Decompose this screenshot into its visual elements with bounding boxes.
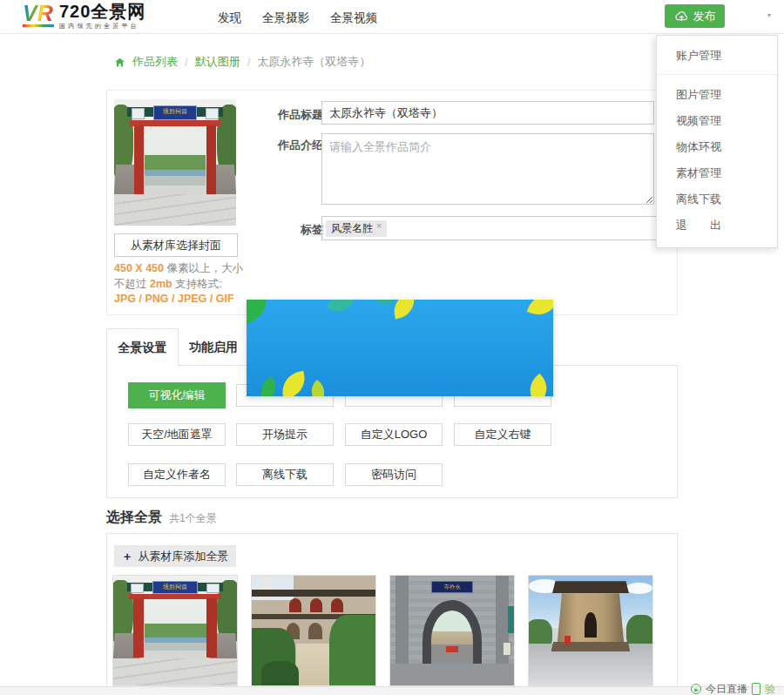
clipped-widget-label[interactable]: 验 [765, 682, 775, 695]
breadcrumb-default-album[interactable]: 默认图册 [195, 54, 240, 70]
top-navbar: VR 720全景网 国内领先的全景平台 发现 全景摄影 全景视频 发布 ▾ [0, 0, 784, 34]
cover-hint-text: 450 X 450 像素以上，大小不超过 2mb 支持格式: JPG / PNG… [114, 261, 245, 307]
gate-plaque-text: 寺祚永 [431, 581, 473, 593]
panorama-thumbnail-gate[interactable]: 寺祚永 [389, 575, 515, 686]
floating-live-widget: ▶ 今日直播 验 [691, 682, 775, 695]
floating-ad-banner[interactable] [247, 300, 553, 396]
hint-text-2: 支持格式: [172, 278, 222, 290]
tag-chip: 风景名胜 × [326, 220, 387, 237]
custom-rightclick-button[interactable]: 自定义右键 [454, 423, 551, 446]
tags-input[interactable]: 风景名胜 × [321, 216, 658, 240]
custom-author-button[interactable]: 自定义作者名 [128, 463, 226, 486]
menu-item-logout[interactable]: 退 出 [657, 213, 777, 239]
add-pano-button[interactable]: ＋ 从素材库添加全景 [114, 545, 236, 567]
password-access-button[interactable]: 密码访问 [345, 463, 443, 486]
menu-item-videos[interactable]: 视频管理 [657, 108, 777, 134]
vr-logo-icon: VR [23, 2, 54, 24]
tag-remove-icon[interactable]: × [376, 220, 382, 231]
chevron-down-icon: ▾ [767, 11, 771, 19]
menu-item-images[interactable]: 图片管理 [657, 82, 777, 108]
breadcrumb-works-list[interactable]: 作品列表 [132, 54, 178, 70]
title-field-label: 作品标题 [262, 107, 323, 123]
nav-item-video[interactable]: 全景视频 [330, 10, 377, 26]
panorama-thumbnail-temple[interactable] [251, 575, 376, 686]
hint-filesize: 2mb [150, 278, 172, 290]
tag-field-label: 标签 [262, 222, 323, 238]
breadcrumb-separator: / [185, 56, 188, 69]
site-title: 720全景网 [59, 2, 145, 21]
breadcrumb-current: 太原永祚寺（双塔寺） [257, 54, 370, 70]
intro-textarea[interactable] [321, 133, 654, 205]
user-avatar[interactable] [728, 5, 763, 27]
opening-tip-button[interactable]: 开场提示 [236, 423, 334, 446]
plus-icon: ＋ [122, 549, 133, 564]
main-nav: 发现 全景摄影 全景视频 [218, 10, 377, 26]
hint-size: 450 X 450 [114, 262, 166, 274]
menu-item-offline-download[interactable]: 离线下载 [657, 186, 777, 213]
publish-button[interactable]: 发布 [665, 4, 725, 28]
site-tagline: 国内领先的全景平台 [59, 22, 145, 30]
breadcrumb-separator: / [247, 56, 251, 69]
panorama-thumbnail-pagoda[interactable] [528, 575, 653, 686]
cloud-upload-icon [674, 10, 689, 23]
breadcrumb: 作品列表 / 默认图册 / 太原永祚寺（双塔寺） [114, 54, 370, 70]
play-icon: ▶ [691, 684, 701, 694]
footer-strip [0, 686, 784, 695]
cover-photo: 境胜祠晋 [114, 99, 236, 226]
add-pano-label: 从素材库添加全景 [139, 549, 229, 564]
nav-item-discover[interactable]: 发现 [218, 10, 241, 26]
site-logo[interactable]: VR 720全景网 国内领先的全景平台 [23, 2, 145, 30]
menu-item-account[interactable]: 账户管理 [657, 41, 777, 75]
title-input[interactable] [321, 101, 654, 125]
menu-item-materials[interactable]: 素材管理 [657, 160, 777, 186]
tag-chip-label: 风景名胜 [331, 221, 373, 236]
pano-count: 共1个全景 [169, 511, 217, 526]
hint-formats: JPG / PNG / JPEG / GIF [114, 293, 234, 305]
custom-logo-button[interactable]: 自定义LOGO [345, 423, 443, 446]
tab-pano-settings[interactable]: 全景设置 [106, 328, 179, 367]
archway-plaque-text: 境胜祠晋 [153, 105, 197, 120]
offline-download-button[interactable]: 离线下载 [236, 463, 334, 486]
sky-ground-mask-button[interactable]: 天空/地面遮罩 [128, 423, 226, 446]
archway-plaque-text: 境胜祠晋 [152, 581, 197, 594]
nav-item-photography[interactable]: 全景摄影 [262, 10, 309, 26]
menu-item-object-view[interactable]: 物体环视 [657, 134, 777, 160]
tab-features[interactable]: 功能启用 [178, 328, 249, 366]
page: VR 720全景网 国内领先的全景平台 发现 全景摄影 全景视频 发布 ▾ 账户… [0, 0, 784, 695]
pano-section-title: 选择全景 [106, 509, 162, 527]
choose-cover-button[interactable]: 从素材库选择封面 [114, 233, 238, 257]
visual-edit-button[interactable]: 可视化编辑 [128, 382, 226, 408]
pano-section-header: 选择全景 共1个全景 [106, 509, 217, 527]
panorama-thumbnail-archway[interactable]: 境胜祠晋 [112, 575, 238, 686]
user-dropdown-menu: 账户管理 图片管理 视频管理 物体环视 素材管理 离线下载 退 出 [656, 35, 778, 248]
intro-field-label: 作品介绍 [262, 138, 323, 153]
work-info-panel: 境胜祠晋 从素材库选择封面 450 X 450 像素以上，大小不超过 2mb 支… [106, 90, 678, 315]
pano-list-panel: ＋ 从素材库添加全景 境胜祠晋 [106, 533, 678, 687]
live-link[interactable]: 今日直播 [706, 682, 747, 695]
home-icon [114, 57, 125, 68]
phone-icon [752, 683, 760, 695]
publish-label: 发布 [693, 9, 716, 24]
